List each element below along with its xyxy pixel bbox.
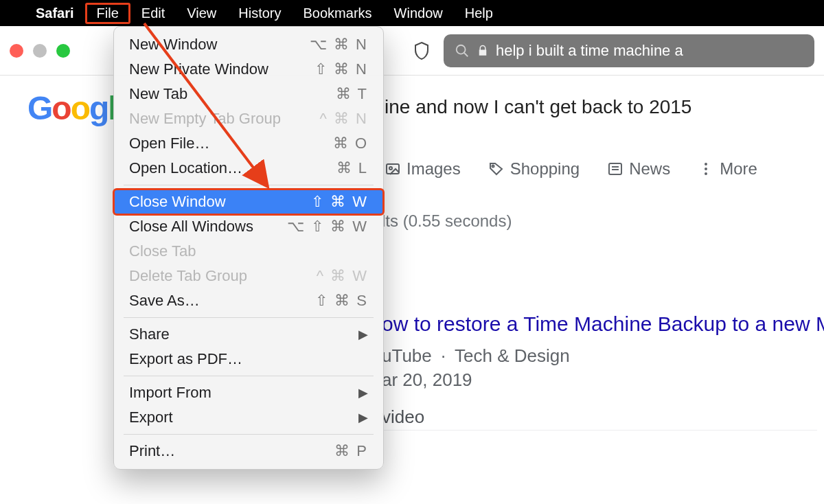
- menubar-view[interactable]: View: [176, 3, 227, 24]
- svg-point-9: [705, 168, 707, 170]
- tab-images-label: Images: [407, 159, 461, 179]
- menu-separator: [124, 185, 374, 185]
- svg-point-4: [492, 165, 494, 168]
- news-icon: [607, 161, 623, 177]
- menu-share[interactable]: Share▶: [114, 322, 383, 347]
- menu-open-file[interactable]: Open File…⌘ O: [114, 131, 383, 156]
- images-icon: [385, 161, 401, 177]
- tab-more-label: More: [720, 159, 757, 179]
- result-site[interactable]: uTube: [382, 345, 432, 366]
- url-bar[interactable]: help i built a time machine a: [444, 34, 814, 67]
- result-meta: uTube · Tech & Design: [382, 345, 570, 367]
- menu-separator: [124, 376, 374, 376]
- tab-news-label: News: [629, 159, 670, 179]
- menubar-window[interactable]: Window: [383, 3, 454, 24]
- tab-shopping-label: Shopping: [510, 159, 580, 179]
- menu-export-pdf[interactable]: Export as PDF…: [114, 347, 383, 371]
- svg-line-1: [464, 52, 468, 56]
- search-icon: [455, 43, 470, 58]
- menu-close-all-windows[interactable]: Close All Windows⌥ ⇧ ⌘ W: [114, 214, 383, 239]
- google-logo[interactable]: Googl: [27, 89, 116, 127]
- zoom-window-dot[interactable]: [56, 44, 70, 58]
- menu-save-as[interactable]: Save As…⇧ ⌘ S: [114, 288, 383, 313]
- tab-images[interactable]: Images: [385, 159, 461, 179]
- menubar-app[interactable]: Safari: [25, 3, 85, 24]
- close-window-dot[interactable]: [10, 44, 23, 58]
- tab-shopping[interactable]: Shopping: [488, 159, 580, 179]
- svg-point-10: [705, 172, 707, 175]
- menubar-bookmarks[interactable]: Bookmarks: [293, 3, 383, 24]
- menubar: Safari File Edit View History Bookmarks …: [0, 0, 824, 26]
- menu-new-empty-tab-group: New Empty Tab Group^ ⌘ N: [114, 106, 383, 131]
- result-title-link[interactable]: ow to restore a Time Machine Backup to a…: [382, 312, 824, 336]
- menubar-help[interactable]: Help: [454, 3, 504, 24]
- menu-export[interactable]: Export▶: [114, 405, 383, 430]
- submenu-arrow-icon: ▶: [358, 385, 368, 400]
- menu-close-tab: Close Tab: [114, 239, 383, 264]
- menu-separator: [124, 317, 374, 318]
- minimize-window-dot[interactable]: [33, 44, 47, 58]
- menu-import-from[interactable]: Import From▶: [114, 380, 383, 405]
- menu-new-private-window[interactable]: New Private Window⇧ ⌘ N: [114, 57, 383, 82]
- menu-separator: [124, 434, 374, 435]
- tab-more[interactable]: More: [698, 159, 757, 179]
- svg-point-8: [705, 163, 707, 165]
- more-icon: [698, 161, 714, 177]
- menu-new-tab[interactable]: New Tab⌘ T: [114, 82, 383, 106]
- privacy-shield-icon[interactable]: [413, 41, 430, 60]
- video-section-label: video: [382, 406, 424, 428]
- result-stats: lts (0.55 seconds): [382, 211, 512, 231]
- result-channel[interactable]: Tech & Design: [455, 345, 570, 366]
- search-tabs: Images Shopping News More: [385, 159, 757, 179]
- tag-icon: [488, 161, 505, 177]
- submenu-arrow-icon: ▶: [358, 410, 368, 425]
- menu-close-window[interactable]: Close Window⇧ ⌘ W: [114, 190, 383, 214]
- menubar-edit[interactable]: Edit: [130, 3, 176, 24]
- svg-point-3: [389, 167, 392, 170]
- result-date: ar 20, 2019: [382, 369, 472, 391]
- menubar-history[interactable]: History: [227, 3, 292, 24]
- file-menu-dropdown: New Window⌥ ⌘ N New Private Window⇧ ⌘ N …: [113, 26, 384, 470]
- lock-icon: [477, 45, 489, 57]
- svg-point-0: [457, 45, 466, 54]
- search-query-display: ine and now I can't get back to 2015: [385, 96, 691, 118]
- menu-delete-tab-group: Delete Tab Group^ ⌘ W: [114, 264, 383, 288]
- menu-print[interactable]: Print…⌘ P: [114, 439, 383, 463]
- url-text: help i built a time machine a: [496, 42, 683, 60]
- traffic-lights: [10, 44, 70, 58]
- menu-new-window[interactable]: New Window⌥ ⌘ N: [114, 32, 383, 57]
- submenu-arrow-icon: ▶: [358, 327, 368, 342]
- tab-news[interactable]: News: [607, 159, 670, 179]
- menubar-file[interactable]: File: [85, 3, 130, 24]
- menu-open-location[interactable]: Open Location…⌘ L: [114, 156, 383, 181]
